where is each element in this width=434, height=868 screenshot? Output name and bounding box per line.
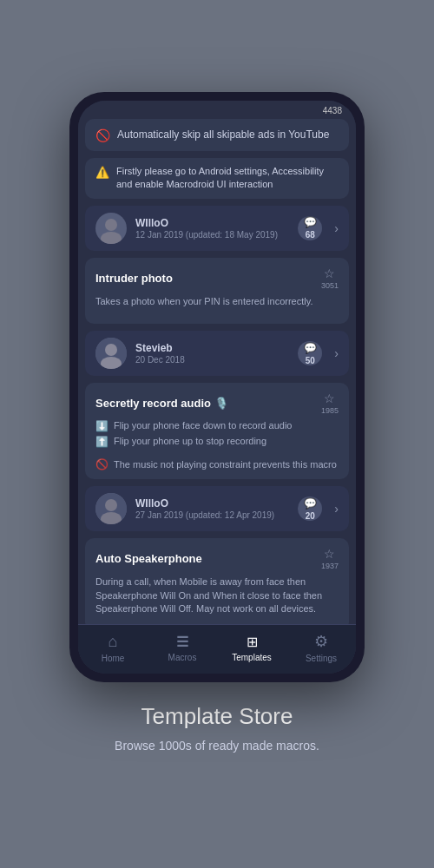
bullet2-icon: ⬆️ bbox=[95, 436, 108, 448]
warning-card: ⚠️ Firstly please go to Android settings… bbox=[85, 158, 349, 199]
secret-record-comment-badge[interactable]: 💬 20 bbox=[298, 496, 322, 521]
secret-record-bullet2: ⬆️ Flip your phone up to stop recording bbox=[95, 436, 339, 448]
intruder-photo-star-area[interactable]: ☆ 3051 bbox=[321, 266, 339, 290]
intruder-photo-author-name: Stevieb bbox=[135, 342, 289, 354]
intruder-photo-desc: Takes a photo when your PIN is entered i… bbox=[95, 295, 339, 308]
svg-point-6 bbox=[105, 499, 117, 511]
secret-record-title: Secretly record audio 🎙️ bbox=[95, 397, 228, 410]
skip-ads-text: Automatically skip all skipable ads in Y… bbox=[117, 128, 339, 142]
secret-record-avatar bbox=[95, 493, 127, 524]
secret-record-author-info: WIlloO 27 Jan 2019 (updated: 12 Apr 2019… bbox=[135, 497, 289, 520]
auto-speakerphone-title: Auto Speakerphone bbox=[95, 552, 202, 565]
auto-speakerphone-desc: During a call, when Mobile is away from … bbox=[95, 575, 339, 615]
warning-icon: ⚠️ bbox=[95, 166, 109, 179]
bottom-nav: ⌂ Home ☰ Macros ⊞ Templates ⚙ Settings bbox=[78, 624, 356, 674]
settings-label: Settings bbox=[306, 654, 337, 663]
skip-ads-comment-badge[interactable]: 💬 68 bbox=[298, 216, 322, 240]
skip-ads-author-date: 12 Jan 2019 (updated: 18 May 2019) bbox=[135, 230, 289, 240]
nav-item-templates[interactable]: ⊞ Templates bbox=[217, 634, 286, 662]
svg-point-1 bbox=[101, 232, 122, 244]
secret-record-chevron[interactable]: › bbox=[334, 502, 339, 516]
templates-icon: ⊞ bbox=[247, 634, 258, 650]
status-time: 4438 bbox=[323, 106, 342, 115]
secret-record-header: Secretly record audio 🎙️ ☆ 1985 bbox=[95, 391, 339, 415]
nav-item-macros[interactable]: ☰ Macros bbox=[148, 634, 217, 662]
auto-speakerphone-card: Auto Speakerphone ☆ 1937 During a call, … bbox=[85, 538, 349, 624]
below-phone-section: Template Store Browse 1000s of ready mad… bbox=[69, 682, 365, 776]
skip-ads-chevron[interactable]: › bbox=[334, 221, 339, 235]
templates-label: Templates bbox=[232, 653, 272, 662]
secret-record-card: Secretly record audio 🎙️ ☆ 1985 ⬇️ Flip … bbox=[85, 383, 349, 479]
status-bar: 4438 bbox=[78, 101, 356, 119]
intruder-photo-avatar bbox=[95, 338, 127, 369]
bullet1-text: Flip your phone face down to record audi… bbox=[114, 420, 292, 431]
auto-speakerphone-header: Auto Speakerphone ☆ 1937 bbox=[95, 547, 339, 570]
nav-item-settings[interactable]: ⚙ Settings bbox=[286, 632, 356, 663]
macros-icon: ☰ bbox=[176, 634, 188, 650]
auto-speakerphone-star-count: 1937 bbox=[321, 562, 339, 570]
intruder-photo-star-count: 3051 bbox=[321, 281, 339, 290]
phone-frame: 4438 🚫 Automatically skip all skipable a… bbox=[69, 92, 365, 682]
secret-record-comment-count: 20 bbox=[306, 511, 315, 521]
page-wrapper: 4438 🚫 Automatically skip all skipable a… bbox=[69, 92, 365, 776]
constraint-text: The music not playing constraint prevent… bbox=[114, 459, 337, 470]
secret-record-star-count: 1985 bbox=[321, 406, 339, 415]
home-icon: ⌂ bbox=[108, 633, 118, 651]
secret-record-star-area[interactable]: ☆ 1985 bbox=[321, 391, 339, 415]
bullet2-text: Flip your phone up to stop recording bbox=[114, 436, 266, 446]
skip-ads-avatar bbox=[95, 213, 127, 244]
skip-ads-comment-count: 68 bbox=[306, 230, 315, 240]
scroll-area[interactable]: 🚫 Automatically skip all skipable ads in… bbox=[78, 119, 356, 624]
secret-record-author-date: 27 Jan 2019 (updated: 12 Apr 2019) bbox=[135, 510, 289, 520]
secret-record-author-card[interactable]: WIlloO 27 Jan 2019 (updated: 12 Apr 2019… bbox=[85, 486, 349, 531]
intruder-photo-comment-badge[interactable]: 💬 50 bbox=[298, 341, 322, 365]
secret-record-bullet1: ⬇️ Flip your phone face down to record a… bbox=[95, 420, 339, 432]
intruder-photo-card: Intruder photo ☆ 3051 Takes a photo when… bbox=[85, 258, 349, 324]
intruder-photo-author-info: Stevieb 20 Dec 2018 bbox=[135, 342, 289, 365]
skip-ads-card: 🚫 Automatically skip all skipable ads in… bbox=[85, 119, 349, 151]
intruder-photo-comment-count: 50 bbox=[306, 356, 315, 365]
home-label: Home bbox=[102, 654, 125, 663]
settings-icon: ⚙ bbox=[314, 632, 328, 651]
below-phone-title: Template Store bbox=[69, 703, 365, 730]
intruder-photo-header: Intruder photo ☆ 3051 bbox=[95, 266, 339, 290]
intruder-photo-title: Intruder photo bbox=[95, 272, 173, 285]
nav-item-home[interactable]: ⌂ Home bbox=[78, 633, 148, 663]
auto-speakerphone-star-area[interactable]: ☆ 1937 bbox=[321, 547, 339, 570]
below-phone-subtitle: Browse 1000s of ready made macros. bbox=[69, 737, 365, 755]
phone-screen: 4438 🚫 Automatically skip all skipable a… bbox=[78, 101, 356, 674]
skip-ads-author-card[interactable]: WIlloO 12 Jan 2019 (updated: 18 May 2019… bbox=[85, 206, 349, 251]
skip-ads-author-info: WIlloO 12 Jan 2019 (updated: 18 May 2019… bbox=[135, 217, 289, 240]
intruder-photo-star-icon: ☆ bbox=[324, 266, 335, 280]
intruder-photo-author-date: 20 Dec 2018 bbox=[135, 355, 289, 365]
svg-point-3 bbox=[105, 344, 117, 356]
secret-record-author-name: WIlloO bbox=[135, 497, 289, 510]
secret-record-constraint: 🚫 The music not playing constraint preve… bbox=[95, 453, 339, 470]
skip-ads-icon: 🚫 bbox=[95, 128, 110, 142]
intruder-photo-author-card[interactable]: Stevieb 20 Dec 2018 💬 50 › bbox=[85, 331, 349, 376]
warning-text: Firstly please go to Android settings, A… bbox=[116, 165, 339, 192]
constraint-icon: 🚫 bbox=[95, 458, 108, 470]
macros-label: Macros bbox=[168, 653, 197, 662]
auto-speakerphone-star-icon: ☆ bbox=[324, 547, 335, 561]
svg-point-0 bbox=[105, 219, 117, 231]
bullet1-icon: ⬇️ bbox=[95, 420, 108, 432]
secret-record-star-icon: ☆ bbox=[324, 391, 335, 405]
intruder-photo-chevron[interactable]: › bbox=[334, 346, 339, 360]
skip-ads-author-name: WIlloO bbox=[135, 217, 289, 229]
